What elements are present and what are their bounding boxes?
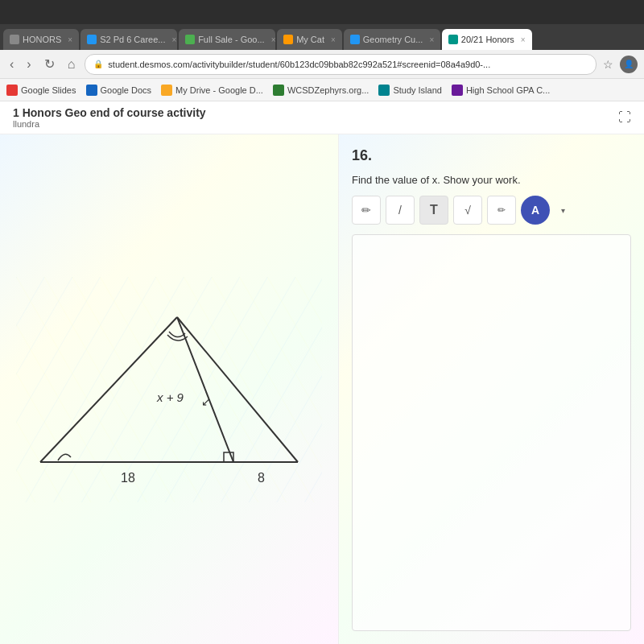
tab-close-fullsale[interactable]: ×	[271, 35, 275, 44]
drawing-toolbar: ✏ / T √ ✏ A ▾	[352, 196, 631, 225]
page-title: 1 Honors Geo end of course activity	[13, 106, 206, 119]
line-tool-button[interactable]: /	[386, 196, 415, 225]
forward-button[interactable]: ›	[23, 56, 34, 73]
page-content: 1 Honors Geo end of course activity llun…	[0, 101, 644, 644]
tab-favicon-geocur	[350, 35, 360, 44]
bookmark-icon-my-drive	[161, 85, 172, 96]
tab-label-fullsale: Full Sale - Goo...	[198, 35, 265, 44]
bookmark-google-slides[interactable]: Google Slides	[6, 85, 76, 96]
tab-s2pd6[interactable]: S2 Pd 6 Caree... ×	[80, 29, 177, 50]
tab-close-honors[interactable]: ×	[68, 35, 72, 44]
line-icon: /	[398, 204, 402, 217]
expand-icon[interactable]: ⛶	[618, 110, 631, 125]
address-bar: ‹ › ↻ ⌂ 🔒 student.desmos.com/activitybui…	[0, 50, 644, 79]
pencil-tool-button[interactable]: ✏	[352, 196, 381, 225]
profile-icon: 👤	[624, 60, 634, 68]
bookmarks-bar: Google Slides Google Docs My Drive - Goo…	[0, 79, 644, 101]
tab-bar: HONORS × S2 Pd 6 Caree... × Full Sale - …	[0, 24, 644, 50]
bookmark-icon-school-gpa	[452, 85, 463, 96]
svg-text:x + 9: x + 9	[156, 390, 184, 404]
text-icon: T	[430, 203, 438, 217]
tab-favicon-s2pd6	[87, 35, 97, 44]
right-panel: 16. Find the value of x. Show your work.…	[338, 134, 644, 644]
bookmark-label-study-island: Study Island	[393, 85, 442, 95]
eraser-tool-button[interactable]: ✏	[487, 196, 516, 225]
bookmark-icon-google-slides	[6, 85, 18, 96]
bookmark-icon-study-island	[378, 85, 390, 96]
back-button[interactable]: ‹	[6, 56, 17, 73]
color-dropdown-button[interactable]: ▾	[555, 196, 571, 225]
tab-label-20-21honors: 20/21 Honors	[461, 35, 514, 44]
color-icon: A	[531, 204, 539, 217]
tab-close-mycat[interactable]: ×	[331, 35, 336, 44]
tab-label-honors: HONORS	[23, 35, 61, 44]
svg-text:18: 18	[121, 471, 135, 485]
tab-label-geocur: Geometry Cu...	[363, 35, 423, 44]
lock-icon: 🔒	[93, 60, 103, 68]
tab-favicon-honors	[10, 35, 19, 44]
svg-text:↙: ↙	[201, 395, 211, 408]
tab-favicon-20-21honors	[448, 35, 458, 44]
eraser-icon: ✏	[497, 204, 506, 216]
tab-close-geocur[interactable]: ×	[429, 35, 434, 44]
bookmark-school-gpa[interactable]: High School GPA C...	[452, 85, 550, 96]
triangle-diagram: x + 9 ↙ 18 8	[16, 277, 322, 502]
bookmark-study-island[interactable]: Study Island	[378, 85, 442, 96]
url-text: student.desmos.com/activitybuilder/stude…	[108, 60, 490, 69]
page-subtitle: llundra	[13, 119, 206, 129]
sqrt-icon: √	[464, 204, 471, 217]
bookmark-icon-google-docs	[86, 85, 97, 96]
tab-mycat[interactable]: My Cat ×	[277, 29, 342, 50]
chevron-down-icon: ▾	[561, 206, 565, 215]
home-button[interactable]: ⌂	[64, 56, 79, 73]
bookmark-my-drive[interactable]: My Drive - Google D...	[161, 85, 263, 96]
tab-favicon-fullsale	[185, 35, 195, 44]
page-title-area: 1 Honors Geo end of course activity llun…	[13, 106, 206, 129]
bookmark-label-google-docs: Google Docs	[101, 85, 152, 95]
bookmark-star-button[interactable]: ☆	[603, 58, 613, 71]
question-number: 16.	[352, 147, 631, 164]
url-box[interactable]: 🔒 student.desmos.com/activitybuilder/stu…	[85, 54, 597, 75]
color-tool-button[interactable]: A	[521, 196, 550, 225]
bookmark-label-wcsd: WCSDZephyrs.org...	[287, 85, 369, 95]
tab-honors[interactable]: HONORS ×	[3, 29, 79, 50]
tab-close-s2pd6[interactable]: ×	[171, 35, 176, 44]
tab-favicon-mycat	[283, 35, 293, 44]
pencil-icon: ✏	[361, 204, 371, 217]
triangle-container: x + 9 ↙ 18 8	[16, 277, 322, 502]
tab-label-mycat: My Cat	[296, 35, 324, 44]
question-text: Find the value of x. Show your work.	[352, 174, 631, 186]
bookmark-label-my-drive: My Drive - Google D...	[175, 85, 263, 95]
answer-area[interactable]	[352, 234, 631, 631]
page-header: 1 Honors Geo end of course activity llun…	[0, 101, 644, 134]
tab-20-21honors[interactable]: 20/21 Honors ×	[442, 29, 532, 50]
bookmark-label-school-gpa: High School GPA C...	[466, 85, 550, 95]
text-tool-button[interactable]: T	[419, 196, 448, 225]
main-area: x + 9 ↙ 18 8 16. Find the value of x. Sh…	[0, 134, 644, 644]
left-panel: x + 9 ↙ 18 8	[0, 134, 338, 644]
reload-button[interactable]: ↻	[41, 55, 58, 73]
profile-button[interactable]: 👤	[620, 56, 638, 73]
svg-text:8: 8	[258, 471, 265, 485]
tab-close-20-21honors[interactable]: ×	[521, 35, 526, 44]
bookmark-wcsd[interactable]: WCSDZephyrs.org...	[273, 85, 369, 96]
bookmark-icon-wcsd	[273, 85, 284, 96]
sqrt-tool-button[interactable]: √	[453, 196, 482, 225]
bookmark-label-google-slides: Google Slides	[21, 85, 76, 95]
tab-geocur[interactable]: Geometry Cu... ×	[344, 29, 440, 50]
svg-rect-3	[16, 277, 322, 502]
tab-label-s2pd6: S2 Pd 6 Caree...	[100, 35, 165, 44]
bookmark-google-docs[interactable]: Google Docs	[86, 85, 152, 96]
browser-chrome	[0, 0, 644, 24]
tab-fullsale[interactable]: Full Sale - Goo... ×	[179, 29, 275, 50]
